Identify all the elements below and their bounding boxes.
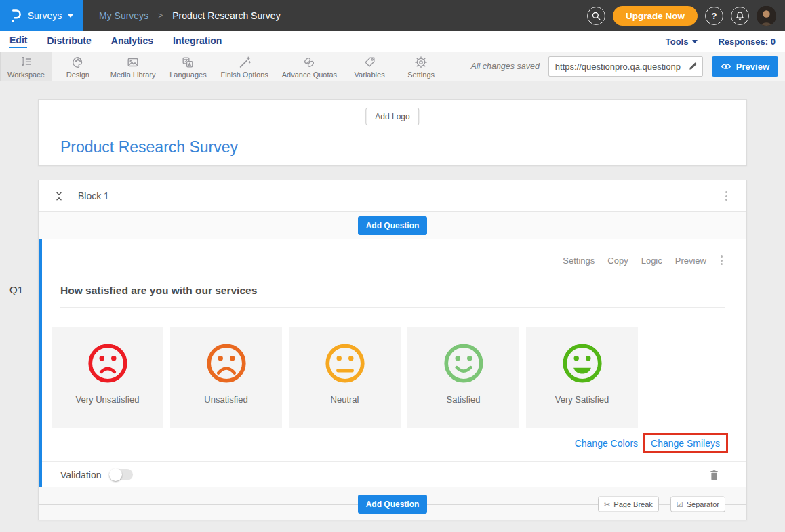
- tab-distribute[interactable]: Distribute: [47, 35, 91, 47]
- separator-button[interactable]: ☑ Separator: [670, 496, 725, 512]
- scissors-icon: ✂: [604, 499, 610, 508]
- languages-icon: [181, 56, 195, 69]
- questionpro-logo-icon: [9, 9, 22, 23]
- collapse-vertical-icon: [54, 190, 64, 202]
- user-avatar[interactable]: [757, 6, 776, 26]
- notifications-button[interactable]: [731, 7, 749, 25]
- surveys-app-menu[interactable]: Surveys: [0, 0, 83, 31]
- breadcrumb-my-surveys[interactable]: My Surveys: [99, 10, 148, 21]
- upgrade-now-button[interactable]: Upgrade Now: [613, 6, 698, 26]
- toolbar-item-design[interactable]: Design: [52, 52, 104, 81]
- add-question-button-bottom[interactable]: Add Question: [358, 495, 428, 514]
- validation-toggle[interactable]: [109, 469, 133, 480]
- option-very-satisfied[interactable]: Very Satisfied: [526, 327, 638, 428]
- toolbar-item-workspace[interactable]: Workspace: [0, 52, 52, 81]
- toolbar-item-languages[interactable]: Languages: [162, 52, 214, 81]
- chevron-down-icon: [692, 40, 698, 43]
- block-menu-button[interactable]: [723, 188, 730, 203]
- smiley-setting-links: Change Colors Change Smileys: [42, 433, 746, 453]
- option-unsatisfied[interactable]: Unsatisfied: [170, 327, 282, 428]
- design-palette-icon: [71, 56, 85, 69]
- option-label: Very Satisfied: [555, 394, 609, 405]
- preview-button[interactable]: Preview: [712, 56, 778, 77]
- question-copy-link[interactable]: Copy: [607, 255, 628, 266]
- tools-menu[interactable]: Tools: [666, 37, 698, 47]
- option-label: Neutral: [331, 394, 359, 405]
- media-library-icon: [126, 56, 140, 69]
- save-status-text: All changes saved: [470, 62, 539, 71]
- delete-question-button[interactable]: [709, 469, 719, 481]
- very-satisfied-smiley-icon: [560, 341, 605, 386]
- toolbar-item-label: Design: [66, 70, 89, 79]
- toolbar-item-label: Languages: [169, 70, 206, 79]
- satisfied-smiley-icon: [441, 341, 486, 386]
- block-header: Block 1: [39, 180, 746, 212]
- toolbar-item-advance-quotas[interactable]: Advance Quotas: [275, 52, 344, 81]
- add-logo-button[interactable]: Add Logo: [365, 108, 419, 125]
- option-neutral[interactable]: Neutral: [289, 327, 401, 428]
- question-logic-link[interactable]: Logic: [641, 255, 662, 266]
- survey-url-input[interactable]: [548, 56, 703, 77]
- question-mark-icon: ?: [712, 11, 717, 21]
- toolbar-item-media-library[interactable]: Media Library: [104, 52, 163, 81]
- unsatisfied-smiley-icon: [204, 341, 249, 386]
- chevron-down-icon: [68, 14, 73, 18]
- variables-tag-icon: [363, 56, 376, 69]
- tab-integration[interactable]: Integration: [173, 35, 222, 47]
- question-preview-link[interactable]: Preview: [675, 255, 706, 266]
- surveys-menu-label: Surveys: [28, 10, 62, 21]
- breadcrumb-separator: >: [158, 11, 163, 20]
- responses-count: Responses: 0: [718, 37, 776, 47]
- toolbar-item-settings[interactable]: Settings: [395, 52, 447, 81]
- survey-header-card: Add Logo Product Research Survey: [38, 99, 747, 166]
- survey-url-box: [548, 56, 703, 77]
- avatar-photo: [757, 6, 776, 26]
- red-annotation-box: Change Smileys: [643, 433, 728, 453]
- breadcrumb: My Surveys > Product Research Survey: [99, 10, 281, 21]
- toggle-knob: [109, 468, 122, 481]
- toolbar-item-label: Workspace: [7, 70, 45, 79]
- search-button[interactable]: [587, 7, 605, 25]
- change-colors-link[interactable]: Change Colors: [575, 438, 638, 449]
- toolbar-item-variables[interactable]: Variables: [344, 52, 395, 81]
- edit-url-pencil-icon[interactable]: [688, 61, 698, 71]
- add-question-button[interactable]: Add Question: [358, 216, 428, 235]
- help-button[interactable]: ?: [705, 7, 723, 25]
- section-nav: Edit Distribute Analytics Integration To…: [0, 31, 785, 52]
- page-break-button[interactable]: ✂ Page Break: [598, 496, 659, 512]
- breadcrumb-current-survey: Product Research Survey: [172, 10, 281, 21]
- finish-options-wand-icon: [238, 56, 251, 69]
- page-break-label: Page Break: [613, 500, 652, 508]
- question-text[interactable]: How satisfied are you with our services: [60, 285, 725, 297]
- add-question-row-bottom: Add Question ✂ Page Break ☑ Separator: [39, 487, 746, 520]
- block-card: Block 1 Add Question Settings Copy Logic…: [38, 180, 747, 520]
- eye-icon: [721, 62, 731, 70]
- question-divider: [60, 307, 725, 308]
- top-header-actions: Upgrade Now ?: [587, 6, 785, 26]
- option-label: Satisfied: [447, 394, 481, 405]
- separator-label: Separator: [687, 500, 719, 508]
- top-header: Surveys My Surveys > Product Research Su…: [0, 0, 785, 31]
- toolbar-item-label: Settings: [407, 70, 435, 79]
- collapse-block-button[interactable]: [54, 190, 64, 202]
- toolbar-item-label: Advance Quotas: [282, 70, 337, 79]
- question-menu-button[interactable]: [718, 253, 725, 268]
- toolbar-item-finish-options[interactable]: Finish Options: [214, 52, 275, 81]
- block-title: Block 1: [78, 190, 109, 201]
- questionpro-survey-editor: Surveys My Surveys > Product Research Su…: [0, 0, 785, 532]
- option-label: Very Unsatisfied: [76, 394, 140, 405]
- option-very-unsatisfied[interactable]: Very Unsatisfied: [52, 327, 163, 428]
- question-settings-link[interactable]: Settings: [563, 255, 595, 266]
- advance-quotas-link-icon: [302, 56, 316, 69]
- option-satisfied[interactable]: Satisfied: [407, 327, 519, 428]
- very-unsatisfied-smiley-icon: [85, 341, 130, 386]
- survey-title[interactable]: Product Research Survey: [60, 138, 238, 157]
- tab-analytics[interactable]: Analytics: [111, 35, 153, 47]
- tab-edit[interactable]: Edit: [9, 35, 27, 48]
- validation-row: Validation: [42, 461, 746, 488]
- section-nav-right: Tools Responses: 0: [666, 37, 776, 47]
- search-icon: [591, 11, 601, 21]
- change-smileys-link[interactable]: Change Smileys: [651, 438, 720, 449]
- tools-label: Tools: [666, 37, 689, 47]
- option-label: Unsatisfied: [204, 394, 247, 405]
